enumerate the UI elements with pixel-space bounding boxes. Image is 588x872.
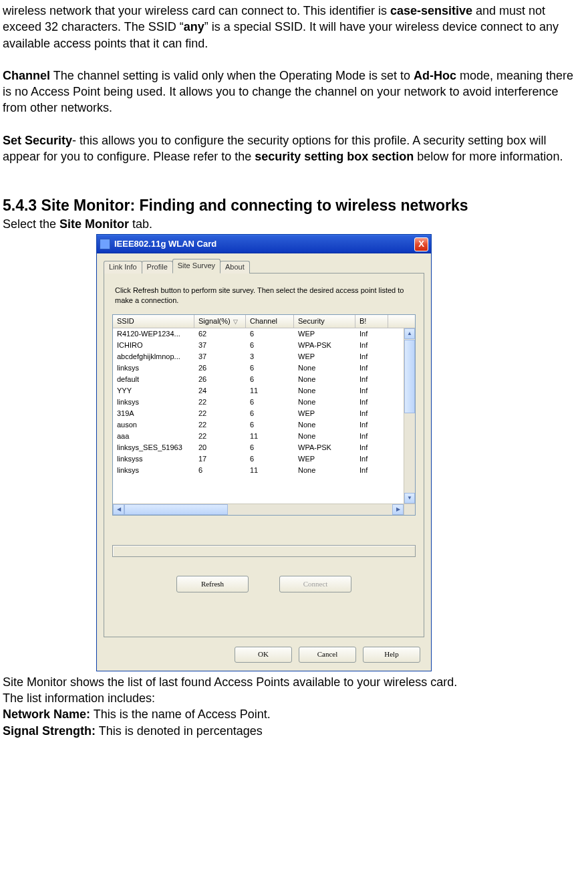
refresh-button[interactable]: Refresh — [176, 576, 249, 592]
cell-channel: 11 — [246, 385, 294, 397]
cancel-button[interactable]: Cancel — [299, 647, 356, 663]
titlebar[interactable]: IEEE802.11g WLAN Card X — [97, 235, 431, 253]
cell-ssid: R4120-WEP1234... — [113, 328, 194, 340]
scroll-thumb-vertical[interactable] — [404, 340, 415, 413]
list-body[interactable]: R4120-WEP1234...626WEPInfICHIRO376WPA-PS… — [113, 328, 404, 504]
cell-b: Inf — [355, 374, 388, 385]
scroll-up-icon[interactable]: ▲ — [404, 328, 415, 339]
cell-b: Inf — [355, 442, 388, 453]
after-text-block: Site Monitor shows the list of last foun… — [3, 674, 585, 739]
paragraph-ssid: wireless network that your wireless card… — [3, 3, 585, 51]
table-row[interactable]: ICHIRO376WPA-PSKInf — [113, 340, 404, 351]
tab-link-info[interactable]: Link Info — [104, 261, 142, 274]
instructions-text: Click Refresh button to perform site sur… — [115, 286, 416, 306]
cell-b: Inf — [355, 465, 388, 476]
table-row[interactable]: default266NoneInf — [113, 374, 404, 385]
table-row[interactable]: linksyss176WEPInf — [113, 453, 404, 465]
col-ssid[interactable]: SSID — [113, 315, 194, 328]
cell-signal: 26 — [194, 374, 246, 385]
table-row[interactable]: abcdefghijklmnop...373WEPInf — [113, 351, 404, 362]
col-signal[interactable]: Signal(%)▽ — [194, 315, 246, 328]
wlan-card-window: IEEE802.11g WLAN Card X Link Info Profil… — [96, 234, 432, 671]
text: wireless network that your wireless card… — [3, 4, 390, 17]
cell-ssid: 319A — [113, 408, 194, 419]
tab-about[interactable]: About — [220, 261, 250, 274]
table-row[interactable]: linksys266NoneInf — [113, 362, 404, 374]
bold-site-monitor: Site Monitor — [59, 217, 129, 231]
cell-channel: 11 — [246, 431, 294, 442]
close-button[interactable]: X — [414, 237, 428, 251]
cell-b: Inf — [355, 340, 388, 351]
table-row[interactable]: R4120-WEP1234...626WEPInf — [113, 328, 404, 340]
cell-ssid: linksys — [113, 397, 194, 408]
site-survey-list[interactable]: SSID Signal(%)▽ Channel Security B! R412… — [112, 314, 416, 516]
tab-site-survey[interactable]: Site Survey — [172, 259, 220, 274]
bold-signal-strength: Signal Strength: — [3, 724, 96, 738]
cell-channel: 6 — [246, 362, 294, 374]
vertical-scrollbar[interactable]: ▲ ▼ — [404, 328, 415, 504]
cell-security: None — [294, 385, 355, 397]
cell-signal: 24 — [194, 385, 246, 397]
cell-security: None — [294, 465, 355, 476]
bold-case-sensitive: case-sensitive — [390, 4, 472, 17]
cell-b: Inf — [355, 453, 388, 465]
cell-signal: 20 — [194, 442, 246, 453]
cell-security: WEP — [294, 408, 355, 419]
bold-set-security: Set Security — [3, 134, 72, 147]
cell-signal: 17 — [194, 453, 246, 465]
text: below for more information. — [414, 150, 563, 163]
ok-button[interactable]: OK — [235, 647, 292, 663]
cell-signal: 37 — [194, 351, 246, 362]
paragraph-set-security: Set Security- this allows you to configu… — [3, 132, 585, 165]
cell-security: WEP — [294, 453, 355, 465]
tab-panel: Click Refresh button to perform site sur… — [104, 274, 424, 637]
table-row[interactable]: linksys_SES_51963206WPA-PSKInf — [113, 442, 404, 453]
table-row[interactable]: auson226NoneInf — [113, 419, 404, 431]
after-p3: Network Name: This is the name of Access… — [3, 706, 585, 722]
action-button-row: Refresh Connect — [112, 576, 416, 592]
col-bssid[interactable]: B! — [355, 315, 388, 328]
cell-channel: 6 — [246, 397, 294, 408]
table-row[interactable]: aaa2211NoneInf — [113, 431, 404, 442]
sort-desc-icon: ▽ — [233, 318, 238, 326]
scroll-thumb-horizontal[interactable] — [124, 504, 228, 515]
cell-signal: 6 — [194, 465, 246, 476]
text: This is denoted in percentages — [96, 724, 263, 738]
cell-channel: 11 — [246, 465, 294, 476]
col-channel[interactable]: Channel — [246, 315, 294, 328]
col-security[interactable]: Security — [294, 315, 355, 328]
cell-ssid: linksys_SES_51963 — [113, 442, 194, 453]
table-row[interactable]: linksys611NoneInf — [113, 465, 404, 476]
cell-signal: 22 — [194, 431, 246, 442]
after-p1: Site Monitor shows the list of last foun… — [3, 674, 585, 690]
cell-b: Inf — [355, 328, 388, 340]
cell-security: WEP — [294, 351, 355, 362]
cell-security: WPA-PSK — [294, 340, 355, 351]
scroll-right-icon[interactable]: ▶ — [392, 504, 404, 515]
tab-profile[interactable]: Profile — [142, 261, 173, 274]
text: tab. — [129, 217, 152, 231]
cell-b: Inf — [355, 362, 388, 374]
scroll-down-icon[interactable]: ▼ — [404, 493, 415, 504]
dialog-button-row: OK Cancel Help — [104, 640, 424, 663]
connect-button[interactable]: Connect — [279, 576, 351, 592]
progress-bar — [112, 545, 416, 557]
horizontal-scrollbar[interactable]: ◀ ▶ — [113, 504, 404, 515]
cell-channel: 6 — [246, 408, 294, 419]
cell-signal: 22 — [194, 408, 246, 419]
window-title: IEEE802.11g WLAN Card — [114, 238, 216, 250]
text: This is the name of Access Point. — [90, 707, 271, 721]
table-row[interactable]: linksys226NoneInf — [113, 397, 404, 408]
cell-channel: 6 — [246, 419, 294, 431]
text: Select the — [3, 217, 59, 231]
help-button[interactable]: Help — [363, 647, 420, 663]
cell-b: Inf — [355, 408, 388, 419]
subheading: Select the Site Monitor tab. — [3, 216, 585, 232]
scroll-corner — [404, 504, 415, 515]
table-row[interactable]: YYY2411NoneInf — [113, 385, 404, 397]
scroll-left-icon[interactable]: ◀ — [113, 504, 124, 515]
cell-signal: 22 — [194, 397, 246, 408]
table-row[interactable]: 319A226WEPInf — [113, 408, 404, 419]
cell-ssid: linksys — [113, 362, 194, 374]
bold-adhoc: Ad-Hoc — [414, 69, 456, 82]
